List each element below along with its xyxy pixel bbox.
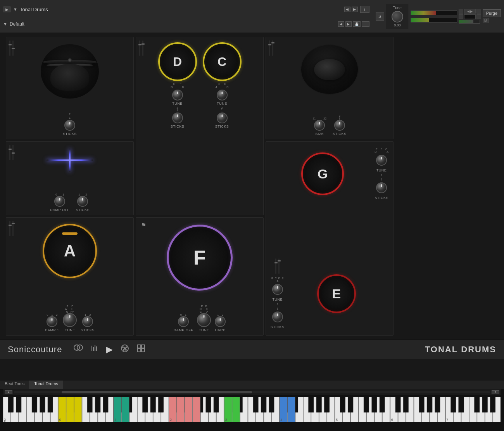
snare-damp-knob[interactable] <box>54 196 65 207</box>
drum-c-tune-label: TUNE <box>217 102 227 106</box>
svg-rect-37 <box>193 397 200 422</box>
prev-btn[interactable]: ◀ <box>344 7 350 12</box>
drum-e-visual: E <box>285 274 388 313</box>
big-top-knobs: 2122 SIZE 2 1 STICKS <box>312 114 346 136</box>
drum-g-tune-label: TUNE <box>376 168 387 172</box>
svg-rect-3 <box>93 347 94 351</box>
svg-rect-36 <box>185 397 192 422</box>
piano-scrollbar[interactable]: ▲ ▼ <box>3 389 501 395</box>
drum-c-sticks-knob[interactable] <box>217 113 228 123</box>
drum-e-tune-knob[interactable] <box>272 284 283 295</box>
level-meters <box>411 10 457 23</box>
hihat-knobs: 2 1 STICKS <box>63 113 77 136</box>
big-top-slider-2[interactable] <box>272 40 273 56</box>
hihat-slider-1[interactable] <box>9 40 10 56</box>
piano-svg: 2 0 1 2 3 4 5 6 7 <box>3 397 501 422</box>
drum-g-tune-knob[interactable] <box>376 155 387 166</box>
channel-controls: ◀ ▶ <box>459 9 481 24</box>
drum-g-circle[interactable]: G <box>301 152 344 195</box>
purge-btn[interactable]: Purge <box>483 9 501 17</box>
preset-prev-btn[interactable]: ◀ <box>338 21 344 27</box>
drum-a-tune-knob[interactable] <box>63 313 77 327</box>
snare-sticks-knob[interactable] <box>77 196 88 207</box>
drum-d-sticks-knob[interactable] <box>172 113 183 123</box>
snare-slider-1[interactable] <box>9 145 10 160</box>
save-preset-btn[interactable]: 💾 <box>353 21 361 27</box>
next-btn[interactable]: ▶ <box>352 7 358 12</box>
drum-c-tune-knob[interactable] <box>217 90 228 100</box>
dc-slider-1[interactable] <box>139 40 140 56</box>
snare-knobs: 01 DAMP OFF 12 STICKS <box>50 193 90 212</box>
ch-btn-1[interactable] <box>459 9 463 14</box>
drum-e-sticks-knob[interactable] <box>272 312 283 322</box>
preset-name: Default <box>10 21 24 27</box>
big-top-sliders <box>269 40 273 56</box>
big-top-slider-1[interactable] <box>269 40 270 56</box>
logo-btn[interactable]: ▶ <box>3 6 11 12</box>
drum-a-slider-1[interactable] <box>9 221 10 236</box>
svg-text:3: 3 <box>225 418 227 422</box>
drum-f-hard-label: HARD <box>215 328 226 332</box>
drum-a-sticks-group: 12 STICKS <box>81 313 95 332</box>
drum-a-slider-2[interactable] <box>12 221 14 236</box>
big-top-sticks-knob[interactable] <box>334 120 345 131</box>
m-btn[interactable]: M <box>483 18 489 23</box>
drum-a-damp-knob[interactable] <box>47 316 57 327</box>
ch-btn-2[interactable]: ◀ ▶ <box>464 9 476 14</box>
dc-slider-2[interactable] <box>142 40 143 56</box>
tab-tonal-drums[interactable]: Tonal Drums <box>29 381 63 389</box>
delete-preset-btn[interactable] <box>362 21 369 27</box>
hihat-sliders <box>9 40 14 56</box>
palette-icon[interactable] <box>121 344 129 355</box>
ch-btn-4[interactable] <box>459 14 463 19</box>
grid-icon[interactable] <box>137 344 145 355</box>
drum-f-damp-knob[interactable] <box>178 316 189 327</box>
drum-a-sliders <box>9 221 14 236</box>
drum-a-letter: A <box>64 242 76 260</box>
hihat-slider-2[interactable] <box>12 40 14 56</box>
drum-g-sticks-knob[interactable] <box>376 182 387 193</box>
svg-rect-4 <box>95 345 95 351</box>
drum-c-circle[interactable]: C <box>203 42 242 81</box>
snare-ghost-panel: 01 DAMP OFF 12 STICKS <box>6 141 134 215</box>
drum-e-slider-1[interactable] <box>275 258 276 274</box>
ch-btn-3[interactable] <box>476 9 481 14</box>
scroll-up[interactable]: ▲ <box>5 390 12 394</box>
drum-d-tune-knob[interactable] <box>172 90 183 100</box>
big-top-size-knob[interactable] <box>314 120 325 131</box>
drum-e-slider-2[interactable] <box>278 258 280 274</box>
drum-f-hard-group: 12 HARD <box>215 313 226 332</box>
drum-f-tune-knob[interactable] <box>197 313 211 327</box>
master-fader[interactable] <box>459 20 480 24</box>
play-button[interactable]: ▶ <box>106 344 113 355</box>
ch-btn-5[interactable] <box>476 14 481 19</box>
svg-text:4: 4 <box>280 418 282 422</box>
drum-c-letter: C <box>217 55 226 69</box>
scroll-down[interactable]: ▼ <box>492 390 499 394</box>
hihat-sticks-knob[interactable] <box>64 120 75 131</box>
preset-next-btn[interactable]: ▶ <box>345 21 352 27</box>
drum-c-sticks-label: STICKS <box>215 125 229 128</box>
tab-beat-tools[interactable]: Beat Tools <box>0 381 29 389</box>
drum-f-hard-knob[interactable] <box>215 316 226 327</box>
drum-a-panel: A 012 DAMP 1 BD AE GF# <box>6 217 134 336</box>
svg-point-7 <box>124 347 126 350</box>
drum-e-circle[interactable]: E <box>317 274 356 313</box>
bars-icon[interactable] <box>91 345 98 354</box>
drum-a-strainer <box>62 232 78 235</box>
drum-e-tune-label: TUNE <box>273 298 283 301</box>
drum-a-circle[interactable]: A <box>43 224 97 278</box>
big-top-sticks-group: 2 1 STICKS <box>333 114 347 136</box>
info-btn[interactable]: i <box>360 6 369 13</box>
s-btn[interactable]: S <box>376 12 384 21</box>
tab-row: Beat Tools Tonal Drums <box>0 381 504 389</box>
modules-icon[interactable] <box>74 344 83 354</box>
drum-g-visual: G <box>271 152 375 195</box>
snare-slider-2[interactable] <box>12 145 14 160</box>
svg-point-8 <box>122 346 124 348</box>
drum-f-circle[interactable]: F <box>167 225 233 291</box>
drum-d-circle[interactable]: D <box>158 42 197 81</box>
drum-a-sticks-knob[interactable] <box>82 316 93 327</box>
tune-knob[interactable] <box>392 11 403 23</box>
drum-f-letter: F <box>193 246 206 269</box>
